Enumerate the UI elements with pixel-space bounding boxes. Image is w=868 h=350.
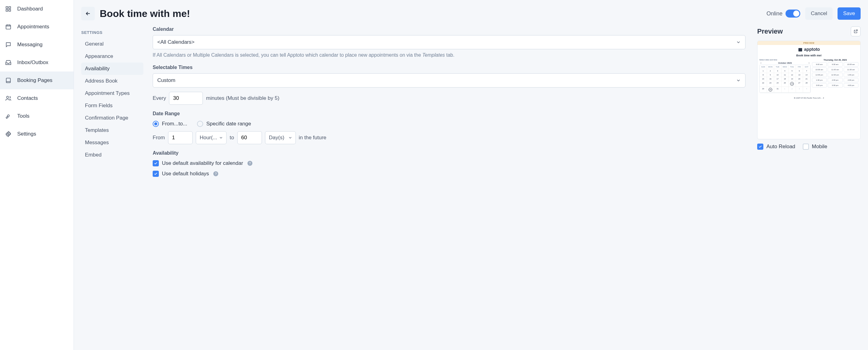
nav-label: Appointments: [17, 24, 49, 30]
radio-icon: [153, 121, 159, 127]
to-unit-select[interactable]: Day(s): [265, 131, 296, 144]
ptime-slot: 10:00 am: [844, 62, 859, 66]
default-holidays-row[interactable]: Use default holidays ?: [153, 171, 745, 177]
pcal-day: 16: [767, 77, 774, 81]
chevron-right-icon: ›: [809, 62, 809, 64]
nav-appointments[interactable]: Appointments: [0, 18, 73, 36]
settings-item-appearance[interactable]: Appearance: [81, 50, 144, 62]
save-button[interactable]: Save: [838, 7, 861, 20]
pcal-day: 31: [774, 87, 781, 93]
pcal-day: 2: [788, 87, 796, 93]
chat-icon: [5, 41, 12, 48]
from-unit-select[interactable]: Hour(...: [196, 131, 227, 144]
svg-point-6: [6, 96, 9, 98]
settings-item-messages[interactable]: Messages: [81, 137, 144, 149]
ptime-slot: 11:00 am: [828, 67, 842, 72]
pcal-day: 5: [788, 69, 796, 73]
pcal-day: 17: [774, 77, 781, 81]
pcal-day: 18: [781, 77, 789, 81]
pcal-day: 1: [781, 87, 789, 93]
settings-item-form-fields[interactable]: Form Fields: [81, 99, 144, 112]
help-icon[interactable]: ?: [213, 171, 218, 176]
pcal-day: 15: [760, 77, 767, 81]
availability-label: Availability: [153, 150, 745, 156]
default-holidays-label: Use default holidays: [162, 171, 209, 177]
settings-item-appointment-types[interactable]: Appointment Types: [81, 87, 144, 99]
radio-specific[interactable]: Specific date range: [197, 121, 251, 127]
pcal-day: 26: [788, 81, 796, 87]
online-toggle[interactable]: [785, 9, 800, 18]
radio-label: From...to...: [162, 121, 187, 127]
pcal-weekday: SUN: [760, 65, 767, 69]
chevron-left-icon: ‹: [761, 62, 761, 64]
nav-booking-pages[interactable]: Booking Pages: [0, 71, 73, 89]
auto-reload-label: Auto Reload: [767, 144, 795, 150]
from-value-input[interactable]: [168, 131, 193, 144]
date-range-label: Date Range: [153, 111, 745, 116]
checkbox-icon: [757, 144, 763, 150]
nav-tools[interactable]: Tools: [0, 107, 73, 125]
help-icon[interactable]: ?: [247, 161, 252, 166]
preview-logo: apptoto: [757, 45, 860, 54]
selectable-times-value: Custom: [157, 77, 176, 84]
selectable-times-select[interactable]: Custom: [153, 73, 745, 88]
pcal-day: 1: [760, 69, 767, 73]
mobile-checkbox[interactable]: Mobile: [803, 144, 827, 150]
pcal-day: 19: [788, 77, 796, 81]
pcal-day: 4: [781, 69, 789, 73]
chevron-down-icon: [219, 136, 223, 140]
popout-button[interactable]: [851, 27, 861, 36]
ptime-slot: 1:00 pm: [844, 73, 859, 77]
preview-month: October 2023: [778, 62, 792, 64]
external-link-icon: [853, 29, 858, 34]
auto-reload-checkbox[interactable]: Auto Reload: [757, 144, 795, 150]
settings-item-confirmation-page[interactable]: Confirmation Page: [81, 112, 144, 124]
radio-fromto[interactable]: From...to...: [153, 121, 187, 127]
back-button[interactable]: [81, 7, 95, 20]
default-availability-label: Use default availability for calendar: [162, 160, 243, 166]
topbar: Book time with me! Online Cancel Save: [74, 0, 868, 25]
wrench-icon: [5, 113, 12, 120]
future-text: in the future: [299, 135, 327, 141]
preview-timezone: ⚙ (GMT-07:00) Pacific Time (US ... ▾: [757, 93, 860, 99]
preview-date-header: Thursday, Oct 26, 2023: [812, 59, 859, 62]
preview-page-title: Book time with me!: [757, 54, 860, 59]
preview-pane: Preview PREVIEW apptoto Book time wi: [751, 25, 868, 350]
svg-rect-9: [799, 48, 802, 49]
nav-settings[interactable]: Settings: [0, 125, 73, 143]
pcal-day: 12: [788, 73, 796, 77]
pcal-day: 7: [803, 69, 810, 73]
nav-label: Inbox/Outbox: [17, 59, 48, 66]
pcal-day: 27: [796, 81, 803, 87]
pcal-weekday: SAT: [803, 65, 810, 69]
to-value-input[interactable]: [237, 131, 262, 144]
radio-icon: [197, 121, 203, 127]
inbox-icon: [5, 59, 12, 66]
settings-item-availability[interactable]: Availability: [81, 62, 144, 75]
pcal-weekday: MON: [767, 65, 774, 69]
pcal-day: 9: [767, 73, 774, 77]
pcal-day: 29: [760, 87, 767, 93]
nav-inbox-outbox[interactable]: Inbox/Outbox: [0, 54, 73, 71]
pcal-day: 11: [781, 73, 789, 77]
default-availability-row[interactable]: Use default availability for calendar ?: [153, 160, 745, 166]
from-unit-value: Hour(...: [200, 135, 217, 141]
cancel-button[interactable]: Cancel: [805, 7, 833, 20]
nav-messaging[interactable]: Messaging: [0, 36, 73, 54]
nav-contacts[interactable]: Contacts: [0, 89, 73, 107]
calendar-select[interactable]: <All Calendars>: [153, 35, 745, 49]
nav-dashboard[interactable]: Dashboard: [0, 0, 73, 18]
calendar-icon: [5, 23, 12, 30]
settings-item-templates[interactable]: Templates: [81, 124, 144, 137]
nav-label: Messaging: [17, 41, 42, 48]
settings-item-embed[interactable]: Embed: [81, 149, 144, 161]
settings-item-address-book[interactable]: Address Book: [81, 75, 144, 87]
every-minutes-input[interactable]: [169, 92, 203, 105]
nav-label: Dashboard: [17, 6, 43, 12]
preview-title: Preview: [757, 27, 783, 35]
settings-item-general[interactable]: General: [81, 38, 144, 50]
nav-label: Tools: [17, 113, 30, 119]
users-icon: [5, 95, 12, 102]
arrow-left-icon: [85, 10, 91, 17]
pcal-day: 28: [803, 81, 810, 87]
